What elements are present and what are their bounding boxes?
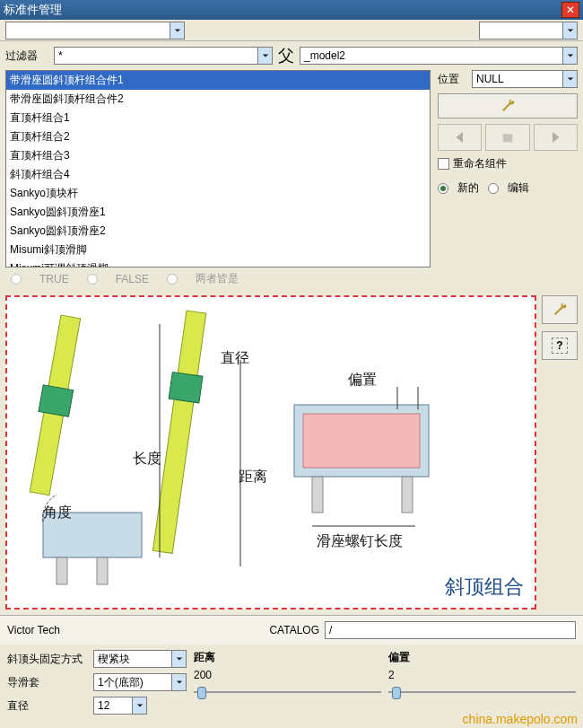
- nav-prev-button[interactable]: [438, 124, 482, 151]
- close-button[interactable]: ✕: [561, 2, 579, 18]
- svg-rect-0: [503, 134, 513, 142]
- position-label: 位置: [438, 72, 466, 87]
- fix-mode-dropdown[interactable]: 楔紧块: [93, 650, 187, 668]
- preview-pane: 直径 长度 距离 角度 偏置 滑座螺钉长度 斜顶组合: [5, 295, 536, 610]
- chevron-down-icon: [132, 697, 146, 714]
- distance-slider[interactable]: [194, 685, 381, 699]
- vendor-name: Victor Tech: [7, 624, 269, 636]
- list-item[interactable]: Sankyo顶块杆: [6, 184, 430, 203]
- list-item[interactable]: 直顶杆组合2: [6, 127, 430, 146]
- radio-false[interactable]: [87, 274, 98, 285]
- diameter-label: 直径: [7, 698, 88, 714]
- guide-label: 导滑套: [7, 675, 88, 690]
- radio-true[interactable]: [11, 274, 22, 285]
- list-item[interactable]: 斜顶杆组合4: [6, 165, 430, 184]
- titlebar: 标准件管理 ✕: [0, 0, 583, 20]
- diameter-value: 12: [98, 699, 109, 712]
- label-screw-length: 滑座螺钉长度: [317, 532, 403, 551]
- offset-label: 偏置: [388, 650, 576, 665]
- offset-slider[interactable]: [388, 685, 576, 699]
- catalog-input[interactable]: /: [325, 621, 576, 639]
- chevron-down-icon: [171, 651, 186, 667]
- wrench-button[interactable]: [438, 93, 578, 118]
- wrench-icon: [500, 98, 516, 114]
- filter-row: 过滤器 * 父 _model2: [0, 41, 583, 70]
- position-value: NULL: [476, 73, 504, 85]
- category-dropdown[interactable]: [5, 22, 185, 39]
- param-row: 斜顶头固定方式 楔紧块 导滑套 1个(底部) 直径 12 距离 200 偏置: [0, 645, 583, 720]
- chevron-down-icon: [171, 674, 186, 690]
- svg-rect-7: [169, 372, 203, 402]
- list-item[interactable]: 带滑座圆斜顶杆组合件2: [6, 90, 430, 109]
- distance-col: 距离 200: [194, 650, 381, 699]
- guide-value: 1个(底部): [98, 675, 144, 690]
- chevron-down-icon: [170, 22, 184, 39]
- param-left: 斜顶头固定方式 楔紧块 导滑套 1个(底部) 直径 12: [7, 650, 187, 715]
- rename-checkbox-row[interactable]: 重命名组件: [438, 156, 578, 171]
- preview-help-button[interactable]: ?: [542, 331, 578, 360]
- radio-false-label: FALSE: [116, 273, 149, 285]
- nav-add-button[interactable]: [485, 124, 529, 151]
- parent-dropdown[interactable]: _model2: [300, 47, 578, 65]
- chevron-down-icon: [562, 48, 577, 64]
- svg-rect-12: [312, 477, 323, 513]
- component-listbox[interactable]: 带滑座圆斜顶杆组合件1带滑座圆斜顶杆组合件2直顶杆组合1直顶杆组合2直顶杆组合3…: [5, 70, 431, 268]
- top-toolbar: [0, 20, 583, 41]
- list-item[interactable]: Sankyo圆斜顶滑座2: [6, 222, 430, 241]
- label-diameter: 直径: [221, 349, 249, 368]
- close-icon: ✕: [566, 4, 575, 16]
- radio-both[interactable]: [167, 274, 178, 285]
- label-distance: 距离: [239, 468, 267, 487]
- chevron-down-icon: [562, 71, 577, 87]
- radio-new[interactable]: [438, 183, 448, 194]
- label-length: 长度: [133, 450, 161, 469]
- checkbox-icon: [438, 158, 449, 170]
- wrench-icon: [552, 302, 568, 318]
- help-icon: ?: [552, 338, 567, 354]
- catalog-label: CATALOG: [269, 624, 319, 636]
- list-item[interactable]: Sankyo圆斜顶滑座1: [6, 203, 430, 222]
- rename-label: 重命名组件: [453, 156, 507, 171]
- filter-input[interactable]: *: [54, 47, 273, 65]
- nav-next-button[interactable]: [534, 124, 578, 151]
- svg-rect-5: [97, 557, 108, 584]
- label-offset: 偏置: [348, 371, 377, 390]
- tri-option-row: TRUE FALSE 两者皆是: [0, 268, 583, 290]
- mode-dropdown[interactable]: [479, 22, 578, 39]
- distance-value: 200: [194, 669, 381, 681]
- list-item[interactable]: 带滑座圆斜顶杆组合件1: [6, 71, 430, 90]
- chevron-down-icon: [257, 48, 272, 64]
- nav-button-row: [438, 124, 578, 151]
- window-title: 标准件管理: [4, 2, 62, 18]
- triangle-left-icon: [452, 129, 468, 145]
- radio-both-label: 两者皆是: [196, 271, 239, 286]
- footer-watermark: china.makepolo.com: [463, 712, 578, 726]
- preview-row: 直径 长度 距离 角度 偏置 滑座螺钉长度 斜顶组合 ?: [0, 290, 583, 615]
- new-edit-radio-row: 新的 编辑: [438, 177, 578, 199]
- parent-value: _model2: [304, 49, 345, 62]
- preview-side-tools: ?: [542, 295, 578, 610]
- svg-rect-6: [152, 311, 205, 553]
- right-panel: 位置 NULL 重命名组件 新的 编辑: [438, 70, 578, 268]
- catalog-value: /: [329, 624, 332, 636]
- filter-label: 过滤器: [5, 48, 48, 64]
- vendor-row: Victor Tech CATALOG /: [0, 615, 583, 645]
- position-dropdown[interactable]: NULL: [472, 70, 578, 88]
- cube-icon: [500, 129, 516, 145]
- list-item[interactable]: Misumi斜顶滑脚: [6, 241, 430, 259]
- svg-rect-13: [402, 477, 413, 513]
- diameter-dropdown[interactable]: 12: [93, 697, 147, 715]
- preview-wrench-button[interactable]: [542, 295, 578, 324]
- list-item[interactable]: 直顶杆组合3: [6, 146, 430, 165]
- list-item[interactable]: 直顶杆组合1: [6, 109, 430, 127]
- triangle-right-icon: [547, 129, 563, 145]
- radio-true-label: TRUE: [39, 273, 69, 285]
- radio-edit[interactable]: [488, 183, 499, 194]
- list-item[interactable]: Misumi可调斜顶滑脚: [6, 259, 430, 268]
- guide-dropdown[interactable]: 1个(底部): [93, 673, 187, 691]
- chevron-down-icon: [562, 22, 577, 39]
- svg-rect-11: [303, 414, 420, 468]
- preview-title: 斜顶组合: [445, 574, 524, 601]
- svg-rect-2: [39, 385, 74, 417]
- radio-edit-label: 编辑: [508, 180, 529, 196]
